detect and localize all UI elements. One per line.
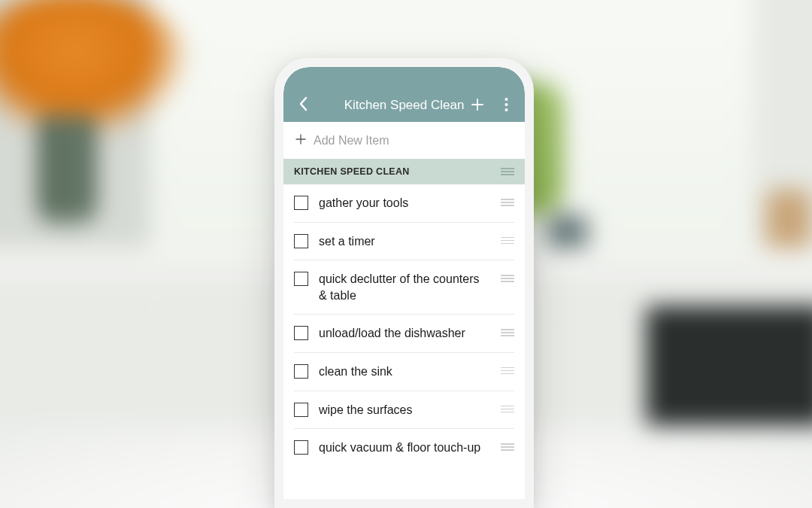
list-item[interactable]: unload/load the dishwasher <box>294 315 514 353</box>
back-button[interactable] <box>294 95 312 113</box>
list-item[interactable]: clean the sink <box>294 353 514 391</box>
item-label: set a timer <box>319 233 490 250</box>
drag-handle-icon[interactable] <box>501 443 514 451</box>
checkbox[interactable] <box>294 326 308 340</box>
checkbox[interactable] <box>294 403 308 417</box>
add-button[interactable] <box>469 96 486 113</box>
checklist: gather your tools set a timer quick decl… <box>283 184 525 499</box>
drag-handle-icon[interactable] <box>501 329 514 336</box>
app-screen: Kitchen Speed Clean <box>283 67 525 499</box>
list-item[interactable]: set a timer <box>294 223 514 261</box>
item-label: unload/load the dishwasher <box>319 325 490 342</box>
item-label: gather your tools <box>319 195 490 211</box>
chevron-left-icon <box>298 96 308 111</box>
svg-point-0 <box>504 98 508 101</box>
svg-point-1 <box>504 103 508 106</box>
drag-handle-icon[interactable] <box>501 237 514 245</box>
list-item[interactable]: wipe the surfaces <box>294 391 514 430</box>
checkbox[interactable] <box>294 234 308 248</box>
phone-mockup: Kitchen Speed Clean <box>274 58 534 508</box>
app-header: Kitchen Speed Clean <box>283 67 525 122</box>
drag-handle-icon[interactable] <box>501 275 514 282</box>
section-title: KITCHEN SPEED CLEAN <box>294 166 410 177</box>
item-label: quick declutter of the counters & table <box>319 271 490 303</box>
checkbox[interactable] <box>294 364 308 379</box>
more-vertical-icon <box>504 97 508 112</box>
checkbox[interactable] <box>294 440 308 455</box>
add-item-row[interactable] <box>283 122 525 159</box>
list-item[interactable]: gather your tools <box>294 184 514 223</box>
drag-handle-icon[interactable] <box>501 367 514 375</box>
list-item[interactable]: quick declutter of the counters & table <box>294 260 514 315</box>
item-label: quick vacuum & floor touch-up <box>319 440 490 456</box>
more-menu-button[interactable] <box>498 96 514 113</box>
plus-icon <box>470 97 485 112</box>
drag-handle-icon[interactable] <box>501 199 514 206</box>
add-item-input[interactable] <box>314 134 513 148</box>
section-drag-handle[interactable] <box>501 168 514 175</box>
checkbox[interactable] <box>294 196 308 210</box>
list-item[interactable]: quick vacuum & floor touch-up <box>294 429 514 467</box>
checkbox[interactable] <box>294 272 308 286</box>
drag-handle-icon[interactable] <box>501 406 514 413</box>
item-label: clean the sink <box>319 364 490 380</box>
svg-point-2 <box>504 108 508 111</box>
section-header: KITCHEN SPEED CLEAN <box>283 159 525 184</box>
plus-icon <box>295 132 306 148</box>
item-label: wipe the surfaces <box>319 402 490 418</box>
